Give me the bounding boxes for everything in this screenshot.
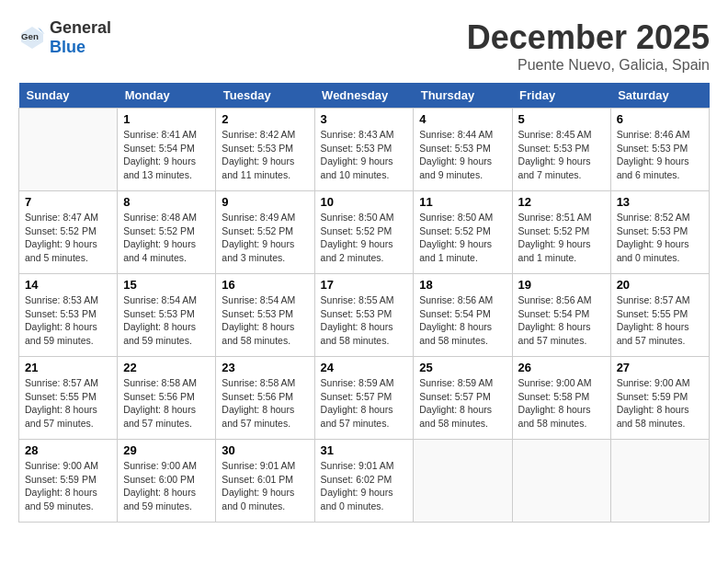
calendar-week-row: 21Sunrise: 8:57 AMSunset: 5:55 PMDayligh… [19, 357, 710, 440]
calendar-cell: 4Sunrise: 8:44 AMSunset: 5:53 PMDaylight… [414, 109, 512, 191]
weekday-header: Tuesday [216, 83, 314, 109]
day-number: 11 [419, 195, 506, 209]
day-number: 21 [25, 361, 111, 374]
day-number: 26 [518, 361, 605, 374]
day-info: Sunrise: 8:47 AMSunset: 5:52 PMDaylight:… [25, 211, 111, 265]
day-number: 3 [321, 112, 408, 126]
calendar-cell: 2Sunrise: 8:42 AMSunset: 5:53 PMDaylight… [216, 109, 314, 191]
general-blue-icon: Gen [18, 24, 46, 52]
calendar-cell: 21Sunrise: 8:57 AMSunset: 5:55 PMDayligh… [19, 357, 118, 440]
calendar-cell: 25Sunrise: 8:59 AMSunset: 5:57 PMDayligh… [414, 357, 512, 440]
calendar-table: SundayMondayTuesdayWednesdayThursdayFrid… [18, 83, 710, 523]
day-info: Sunrise: 8:55 AMSunset: 5:53 PMDaylight:… [321, 293, 408, 348]
calendar-week-row: 28Sunrise: 9:00 AMSunset: 5:59 PMDayligh… [19, 440, 710, 523]
month-title: December 2025 [467, 18, 710, 57]
day-info: Sunrise: 8:51 AMSunset: 5:52 PMDaylight:… [518, 211, 605, 265]
day-number: 13 [617, 195, 703, 209]
weekday-header: Wednesday [314, 83, 414, 109]
day-number: 16 [222, 278, 308, 292]
day-info: Sunrise: 8:42 AMSunset: 5:53 PMDaylight:… [222, 128, 308, 182]
day-info: Sunrise: 9:00 AMSunset: 5:58 PMDaylight:… [518, 376, 605, 431]
day-number: 19 [518, 278, 605, 292]
day-number: 9 [222, 195, 308, 209]
calendar-cell: 20Sunrise: 8:57 AMSunset: 5:55 PMDayligh… [610, 274, 709, 357]
logo-blue: Blue [50, 38, 85, 56]
day-info: Sunrise: 8:45 AMSunset: 5:53 PMDaylight:… [518, 128, 605, 182]
day-info: Sunrise: 8:53 AMSunset: 5:53 PMDaylight:… [25, 293, 111, 348]
calendar-cell: 9Sunrise: 8:49 AMSunset: 5:52 PMDaylight… [216, 191, 314, 274]
calendar-cell: 31Sunrise: 9:01 AMSunset: 6:02 PMDayligh… [314, 440, 414, 523]
logo-text: General Blue [50, 18, 111, 57]
logo-container: Gen General Blue [18, 18, 111, 57]
day-info: Sunrise: 8:54 AMSunset: 5:53 PMDaylight:… [222, 293, 308, 348]
day-info: Sunrise: 8:54 AMSunset: 5:53 PMDaylight:… [123, 293, 210, 348]
svg-text:Gen: Gen [21, 31, 39, 41]
day-info: Sunrise: 8:56 AMSunset: 5:54 PMDaylight:… [518, 293, 605, 348]
day-number: 30 [222, 443, 308, 457]
day-number: 17 [321, 278, 408, 292]
calendar-cell: 7Sunrise: 8:47 AMSunset: 5:52 PMDaylight… [19, 191, 118, 274]
calendar-cell: 22Sunrise: 8:58 AMSunset: 5:56 PMDayligh… [118, 357, 216, 440]
calendar-cell: 15Sunrise: 8:54 AMSunset: 5:53 PMDayligh… [118, 274, 216, 357]
day-number: 29 [123, 443, 210, 457]
calendar-cell: 8Sunrise: 8:48 AMSunset: 5:52 PMDaylight… [118, 191, 216, 274]
day-number: 12 [518, 195, 605, 209]
calendar-cell: 1Sunrise: 8:41 AMSunset: 5:54 PMDaylight… [118, 109, 216, 191]
calendar-cell: 27Sunrise: 9:00 AMSunset: 5:59 PMDayligh… [610, 357, 709, 440]
calendar-cell: 10Sunrise: 8:50 AMSunset: 5:52 PMDayligh… [314, 191, 414, 274]
day-number: 1 [123, 112, 210, 126]
day-number: 5 [518, 112, 605, 126]
day-info: Sunrise: 8:41 AMSunset: 5:54 PMDaylight:… [123, 128, 210, 182]
calendar-cell: 5Sunrise: 8:45 AMSunset: 5:53 PMDaylight… [512, 109, 610, 191]
day-info: Sunrise: 8:44 AMSunset: 5:53 PMDaylight:… [419, 128, 506, 182]
calendar-cell: 3Sunrise: 8:43 AMSunset: 5:53 PMDaylight… [314, 109, 414, 191]
calendar-cell: 23Sunrise: 8:58 AMSunset: 5:56 PMDayligh… [216, 357, 314, 440]
calendar-cell [610, 440, 709, 523]
calendar-cell [19, 109, 118, 191]
day-info: Sunrise: 8:50 AMSunset: 5:52 PMDaylight:… [321, 211, 408, 265]
day-number: 6 [617, 112, 703, 126]
calendar-cell: 29Sunrise: 9:00 AMSunset: 6:00 PMDayligh… [118, 440, 216, 523]
day-number: 28 [25, 443, 111, 457]
day-info: Sunrise: 8:43 AMSunset: 5:53 PMDaylight:… [321, 128, 408, 182]
day-number: 24 [321, 361, 408, 374]
weekday-header: Monday [118, 83, 216, 109]
calendar-cell: 11Sunrise: 8:50 AMSunset: 5:52 PMDayligh… [414, 191, 512, 274]
day-info: Sunrise: 9:01 AMSunset: 6:02 PMDaylight:… [321, 459, 408, 513]
day-number: 20 [617, 278, 703, 292]
day-number: 23 [222, 361, 308, 374]
calendar-cell: 6Sunrise: 8:46 AMSunset: 5:53 PMDaylight… [610, 109, 709, 191]
calendar-cell: 30Sunrise: 9:01 AMSunset: 6:01 PMDayligh… [216, 440, 314, 523]
day-info: Sunrise: 9:01 AMSunset: 6:01 PMDaylight:… [222, 459, 308, 513]
day-info: Sunrise: 9:00 AMSunset: 5:59 PMDaylight:… [617, 376, 703, 431]
day-number: 10 [321, 195, 408, 209]
weekday-header: Saturday [610, 83, 709, 109]
day-number: 7 [25, 195, 111, 209]
calendar-cell [512, 440, 610, 523]
day-number: 27 [617, 361, 703, 374]
calendar-week-row: 1Sunrise: 8:41 AMSunset: 5:54 PMDaylight… [19, 109, 710, 191]
title-section: December 2025 Puente Nuevo, Galicia, Spa… [467, 18, 710, 74]
day-number: 2 [222, 112, 308, 126]
day-info: Sunrise: 9:00 AMSunset: 6:00 PMDaylight:… [123, 459, 210, 513]
calendar-cell: 16Sunrise: 8:54 AMSunset: 5:53 PMDayligh… [216, 274, 314, 357]
day-info: Sunrise: 8:57 AMSunset: 5:55 PMDaylight:… [25, 376, 111, 431]
day-number: 31 [321, 443, 408, 457]
day-info: Sunrise: 8:46 AMSunset: 5:53 PMDaylight:… [617, 128, 703, 182]
day-number: 8 [123, 195, 210, 209]
day-info: Sunrise: 8:52 AMSunset: 5:53 PMDaylight:… [617, 211, 703, 265]
location-title: Puente Nuevo, Galicia, Spain [467, 57, 710, 74]
day-info: Sunrise: 8:56 AMSunset: 5:54 PMDaylight:… [419, 293, 506, 348]
calendar-cell [414, 440, 512, 523]
page-header: Gen General Blue December 2025 Puente Nu… [18, 18, 710, 74]
calendar-cell: 24Sunrise: 8:59 AMSunset: 5:57 PMDayligh… [314, 357, 414, 440]
day-info: Sunrise: 8:58 AMSunset: 5:56 PMDaylight:… [222, 376, 308, 431]
day-info: Sunrise: 9:00 AMSunset: 5:59 PMDaylight:… [25, 459, 111, 513]
calendar-cell: 12Sunrise: 8:51 AMSunset: 5:52 PMDayligh… [512, 191, 610, 274]
calendar-cell: 18Sunrise: 8:56 AMSunset: 5:54 PMDayligh… [414, 274, 512, 357]
day-info: Sunrise: 8:58 AMSunset: 5:56 PMDaylight:… [123, 376, 210, 431]
day-info: Sunrise: 8:59 AMSunset: 5:57 PMDaylight:… [321, 376, 408, 431]
calendar-cell: 26Sunrise: 9:00 AMSunset: 5:58 PMDayligh… [512, 357, 610, 440]
calendar-cell: 13Sunrise: 8:52 AMSunset: 5:53 PMDayligh… [610, 191, 709, 274]
calendar-week-row: 7Sunrise: 8:47 AMSunset: 5:52 PMDaylight… [19, 191, 710, 274]
